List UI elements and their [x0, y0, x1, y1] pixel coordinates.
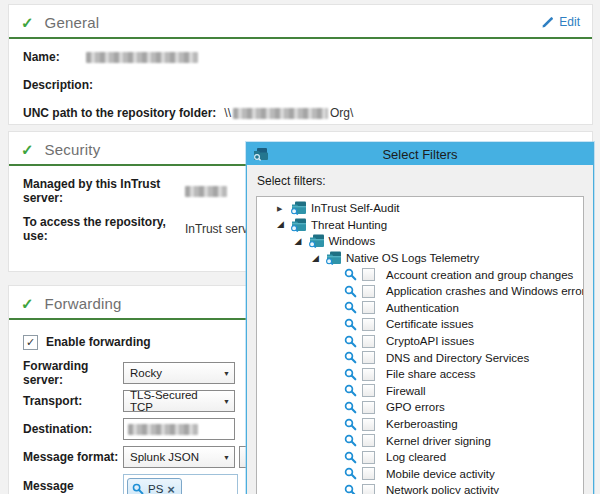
filter-magnifier-icon	[344, 335, 357, 348]
tree-folder-label: Threat Hunting	[311, 219, 387, 231]
filter-magnifier-icon	[344, 301, 357, 314]
tree-filter-row[interactable]: Network policy activity	[257, 482, 583, 494]
destination-input[interactable]	[123, 418, 235, 440]
filter-checkbox[interactable]	[362, 451, 375, 464]
filter-checkbox[interactable]	[362, 268, 375, 281]
filter-checkbox[interactable]	[362, 335, 375, 348]
filter-magnifier-icon	[344, 351, 357, 364]
tree-filter-label: Log cleared	[386, 451, 446, 463]
tree-filter-row[interactable]: DNS and Directory Services	[257, 349, 583, 366]
filter-checkbox[interactable]	[362, 401, 375, 414]
tree-folder-row[interactable]: ▶InTrust Self-Audit	[257, 200, 583, 217]
filter-magnifier-icon	[344, 451, 357, 464]
unc-path-field-row: UNC path to the repository folder: \\ Or…	[23, 106, 578, 120]
tree-filter-row[interactable]: GPO errors	[257, 399, 583, 416]
tree-filter-row[interactable]: Firewall	[257, 383, 583, 400]
forwarding-server-dropdown[interactable]: Rocky ▼	[123, 362, 235, 384]
chevron-down-icon: ▼	[223, 454, 230, 461]
transport-dropdown[interactable]: TLS-Secured TCP ▼	[123, 390, 235, 412]
tree-filter-label: DNS and Directory Services	[386, 352, 529, 364]
access-method-label: To access the repository, use:	[23, 215, 185, 243]
message-filtering-label: Message filtering:	[23, 479, 123, 494]
dialog-titlebar[interactable]: Select Filters	[247, 143, 593, 165]
pencil-icon	[542, 16, 554, 28]
remove-chip-icon[interactable]: ×	[167, 483, 175, 494]
filter-chip-label: PS	[148, 483, 163, 494]
tree-folder-row[interactable]: ◢Native OS Logs Telemetry	[257, 250, 583, 267]
expand-icon[interactable]: ▶	[277, 205, 290, 212]
tree-filter-row[interactable]: File share access	[257, 366, 583, 383]
check-icon: ✓	[21, 142, 34, 157]
filter-checkbox[interactable]	[362, 368, 375, 381]
general-section-body: Name: Description: UNC path to the repos…	[9, 39, 592, 120]
tree-filter-row[interactable]: Log cleared	[257, 449, 583, 466]
collapse-icon[interactable]: ◢	[277, 220, 290, 229]
unc-path-suffix: Org\	[330, 106, 353, 120]
name-field-row: Name:	[23, 50, 578, 64]
destination-label: Destination:	[23, 422, 123, 436]
check-icon: ✓	[21, 15, 34, 30]
filter-checkbox[interactable]	[362, 418, 375, 431]
filter-magnifier-icon	[344, 285, 357, 298]
filter-magnifier-icon	[344, 467, 357, 480]
tree-filter-label: Mobile device activity	[386, 468, 495, 480]
filters-tree: ▶InTrust Self-Audit◢Threat Hunting◢Windo…	[256, 196, 584, 494]
destination-redacted-value	[128, 424, 198, 435]
filter-checkbox[interactable]	[362, 351, 375, 364]
tree-filter-label: Authentication	[386, 302, 459, 314]
tree-folder-label: InTrust Self-Audit	[311, 202, 399, 214]
name-redacted-value	[86, 52, 198, 63]
filter-chip[interactable]: PS ×	[127, 478, 182, 494]
filter-checkbox[interactable]	[362, 318, 375, 331]
tree-filter-row[interactable]: Kerberoasting	[257, 416, 583, 433]
filter-checkbox[interactable]	[362, 484, 375, 494]
message-format-dropdown[interactable]: Splunk JSON ▼	[123, 446, 235, 468]
filter-checkbox[interactable]	[362, 467, 375, 480]
tree-folder-row[interactable]: ◢Windows	[257, 233, 583, 250]
chevron-down-icon: ▼	[223, 398, 230, 405]
tree-filter-label: Kernel driver signing	[386, 435, 491, 447]
filter-checkbox[interactable]	[362, 301, 375, 314]
message-format-value: Splunk JSON	[130, 451, 199, 463]
enable-forwarding-checkbox[interactable]: ✓	[23, 335, 38, 350]
collapse-icon[interactable]: ◢	[312, 254, 325, 263]
filter-checkbox[interactable]	[362, 285, 375, 298]
unc-path-label: UNC path to the repository folder:	[23, 106, 216, 120]
general-section-header: ✓ General Edit	[9, 5, 592, 39]
chevron-down-icon: ▼	[223, 370, 230, 377]
tree-filter-label: Firewall	[386, 385, 426, 397]
message-filtering-box[interactable]: PS ×	[123, 474, 238, 494]
filter-magnifier-icon	[344, 318, 357, 331]
filter-folder-icon	[325, 251, 342, 265]
filter-checkbox[interactable]	[362, 434, 375, 447]
tree-filter-label: CryptoAPI issues	[386, 335, 474, 347]
tree-filter-row[interactable]: Certificate issues	[257, 316, 583, 333]
collapse-icon[interactable]: ◢	[295, 237, 308, 246]
section-title-general: General	[45, 14, 100, 31]
unc-path-prefix: \\	[224, 106, 231, 120]
dialog-title: Select Filters	[247, 147, 593, 162]
unc-path-redacted-value	[233, 108, 328, 119]
tree-folder-label: Windows	[329, 235, 376, 247]
filters-dialog-icon	[253, 147, 269, 161]
general-section: ✓ General Edit Name: Description: UNC pa…	[8, 4, 593, 125]
filter-magnifier-icon	[344, 268, 357, 281]
tree-filter-row[interactable]: Account creation and group changes	[257, 266, 583, 283]
tree-filter-row[interactable]: CryptoAPI issues	[257, 333, 583, 350]
tree-filter-row[interactable]: Mobile device activity	[257, 466, 583, 483]
tree-filter-row[interactable]: Kernel driver signing	[257, 432, 583, 449]
tree-filter-label: Account creation and group changes	[386, 269, 573, 281]
tree-folder-label: Native OS Logs Telemetry	[346, 252, 479, 264]
select-filters-label: Select filters:	[257, 174, 583, 188]
filter-checkbox[interactable]	[362, 384, 375, 397]
tree-folder-row[interactable]: ◢Threat Hunting	[257, 217, 583, 234]
name-label: Name:	[23, 50, 86, 64]
tree-filter-row[interactable]: Authentication	[257, 300, 583, 317]
tree-filter-label: File share access	[386, 368, 475, 380]
managed-by-label: Managed by this InTrust server:	[23, 177, 185, 205]
tree-filter-row[interactable]: Application crashes and Windows error re…	[257, 283, 583, 300]
edit-general-link[interactable]: Edit	[542, 15, 580, 29]
filter-folder-icon	[290, 201, 307, 215]
check-icon: ✓	[21, 296, 34, 311]
filter-folder-icon	[290, 218, 307, 232]
